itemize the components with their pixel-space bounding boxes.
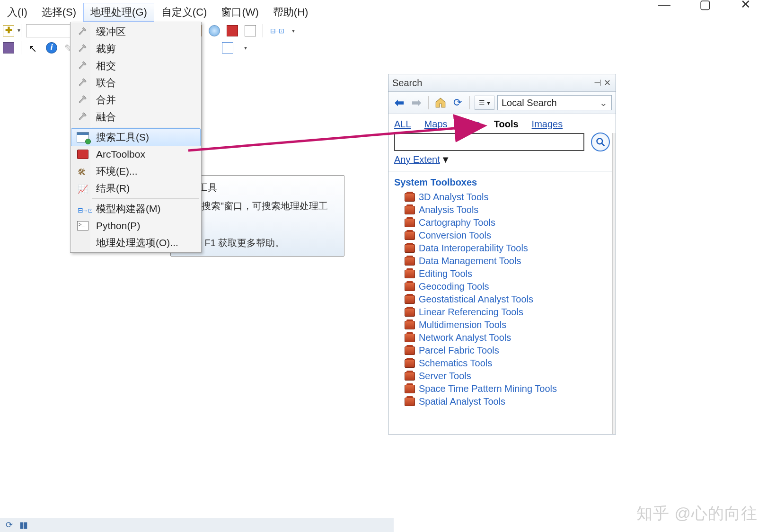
menu-item[interactable]: 模型构建器(M) — [71, 200, 200, 217]
menu-item[interactable]: Python(P) — [71, 217, 200, 234]
back-button[interactable]: ⬅ — [392, 96, 406, 110]
toolbox-link[interactable]: Cartography Tools — [419, 217, 495, 228]
menu-item[interactable]: 联合 — [71, 74, 200, 91]
menu-item[interactable]: 裁剪 — [71, 40, 200, 57]
search-tab[interactable]: Maps — [424, 119, 448, 130]
search-panel-titlebar[interactable]: Search ⊣ ✕ — [388, 74, 616, 92]
scrollbar[interactable]: ▴ — [612, 133, 616, 434]
toolbox-item[interactable]: Server Tools — [394, 370, 610, 382]
view-options-button[interactable]: ☰ ▾ — [475, 96, 494, 110]
toolbox-link[interactable]: 3D Analyst Tools — [419, 192, 489, 203]
minimize-button[interactable]: — — [653, 0, 675, 12]
search-go-button[interactable] — [591, 133, 610, 151]
toolbox-link[interactable]: Space Time Pattern Mining Tools — [419, 383, 557, 394]
forward-button[interactable]: ➡ — [409, 96, 423, 110]
menu-item[interactable]: 搜索工具(S) — [71, 128, 201, 146]
pin-icon[interactable]: ⊣ — [593, 78, 602, 88]
toolbox-link[interactable]: Conversion Tools — [419, 230, 491, 241]
menu-item[interactable]: 帮助(H) — [266, 3, 316, 22]
menu-item[interactable]: 合并 — [71, 91, 200, 108]
search-tab[interactable]: Data — [461, 119, 481, 130]
search-tab[interactable]: Tools — [494, 119, 519, 130]
toolbox-item[interactable]: Editing Tools — [394, 267, 610, 280]
toolbox-item[interactable]: 3D Analyst Tools — [394, 191, 610, 204]
toolbox-link[interactable]: Multidimension Tools — [419, 319, 506, 330]
toolbox-list: 3D Analyst ToolsAnalysis ToolsCartograph… — [394, 191, 610, 408]
toolbox-item[interactable]: Geostatistical Analyst Tools — [394, 293, 610, 306]
toolbox-item[interactable]: Multidimension Tools — [394, 319, 610, 331]
menu-item[interactable]: 地理处理选项(O)... — [71, 234, 200, 251]
search-tab[interactable]: ALL — [394, 119, 411, 130]
refresh-status-icon[interactable]: ⟳ — [6, 520, 13, 530]
menu-item[interactable]: 融合 — [71, 108, 200, 125]
refresh-button[interactable]: ⟳ — [450, 96, 465, 110]
search-tab[interactable]: Images — [532, 119, 563, 130]
caret-down-icon: ▼ — [441, 154, 450, 165]
menu-item[interactable]: 窗口(W) — [214, 3, 265, 22]
toolbox-icon — [405, 257, 415, 266]
toolbox-link[interactable]: Data Management Tools — [419, 256, 521, 266]
menu-item[interactable]: 相交 — [71, 57, 200, 74]
menu-item[interactable]: 选择(S) — [35, 3, 83, 22]
home-button[interactable] — [433, 96, 448, 110]
toolbox-icon — [405, 346, 415, 355]
identify-tool-icon[interactable] — [44, 41, 59, 55]
pause-status-icon[interactable]: ▮▮ — [19, 520, 27, 530]
search-icon — [596, 137, 605, 147]
scroll-up-icon[interactable]: ▴ — [613, 133, 616, 142]
toolbox-link[interactable]: Linear Referencing Tools — [419, 307, 523, 318]
toolbox-link[interactable]: Network Analyst Tools — [419, 332, 511, 343]
menu-item[interactable]: 入(I) — [0, 3, 35, 22]
toolbox-icon — [405, 283, 415, 291]
globe-icon[interactable] — [207, 24, 222, 38]
extent-filter-label[interactable]: Any Extent — [394, 154, 440, 165]
python-window-icon[interactable] — [243, 24, 258, 38]
toolbox-link[interactable]: Spatial Analyst Tools — [419, 396, 505, 407]
close-icon[interactable]: ✕ — [602, 78, 612, 88]
menu-item[interactable]: 结果(R) — [71, 180, 200, 197]
search-input[interactable] — [394, 133, 584, 151]
toolbox-item[interactable]: Space Time Pattern Mining Tools — [394, 382, 610, 395]
menu-item-label: 融合 — [96, 110, 116, 124]
menu-item[interactable]: 缓冲区 — [71, 23, 200, 40]
hammer-icon — [76, 95, 89, 105]
window-icon[interactable] — [220, 41, 235, 55]
toolbox-item[interactable]: Geocoding Tools — [394, 280, 610, 293]
menu-item[interactable]: ArcToolbox — [71, 146, 200, 163]
menu-item[interactable]: 环境(E)... — [71, 163, 200, 180]
toolbox-link[interactable]: Analysis Tools — [419, 204, 478, 215]
toolbox-link[interactable]: Editing Tools — [419, 268, 472, 279]
toolbox-item[interactable]: Analysis Tools — [394, 204, 610, 216]
add-data-button[interactable] — [1, 24, 16, 38]
toolbox-item[interactable]: Cartography Tools — [394, 216, 610, 229]
close-window-button[interactable]: ✕ — [735, 0, 757, 12]
toolbox-item[interactable]: Data Management Tools — [394, 255, 610, 267]
toolbox-item[interactable]: Linear Referencing Tools — [394, 306, 610, 319]
toolbox-item[interactable]: Data Interoperability Tools — [394, 242, 610, 255]
search-scope-combo[interactable]: Local Search ⌄ — [497, 95, 612, 110]
select-tool-icon[interactable] — [26, 41, 41, 55]
toolbox-item[interactable]: Conversion Tools — [394, 229, 610, 242]
extent-filter[interactable]: Any Extent ▼ — [394, 154, 610, 165]
toolbox-item[interactable]: Network Analyst Tools — [394, 331, 610, 344]
toolbox-icon[interactable] — [225, 24, 240, 38]
toolbar-options-icon[interactable]: ▾ — [286, 24, 301, 38]
toolbox-link[interactable]: Geostatistical Analyst Tools — [419, 294, 533, 305]
menu-item-label: 缓冲区 — [96, 25, 126, 38]
toolbox-item[interactable]: Parcel Fabric Tools — [394, 344, 610, 357]
toolbar-options-icon[interactable]: ▾ — [238, 41, 253, 55]
toolbox-link[interactable]: Geocoding Tools — [419, 281, 489, 292]
layer-icon[interactable] — [1, 41, 16, 55]
tooltip-body: 打开"搜索"窗口，可搜索地理处理工具。 — [179, 199, 335, 228]
toolbox-link[interactable]: Parcel Fabric Tools — [419, 345, 499, 356]
toolbox-link[interactable]: Schematics Tools — [419, 358, 492, 369]
toolbox-link[interactable]: Server Tools — [419, 371, 471, 381]
menu-item[interactable]: 自定义(C) — [154, 3, 214, 22]
menu-item[interactable]: 地理处理(G) — [83, 3, 154, 22]
toolbox-item[interactable]: Schematics Tools — [394, 357, 610, 370]
toolbox-link[interactable]: Data Interoperability Tools — [419, 243, 528, 254]
model-builder-icon[interactable] — [268, 24, 283, 38]
toolbox-icon — [405, 219, 415, 227]
maximize-button[interactable]: ▢ — [694, 0, 716, 12]
toolbox-item[interactable]: Spatial Analyst Tools — [394, 395, 610, 408]
